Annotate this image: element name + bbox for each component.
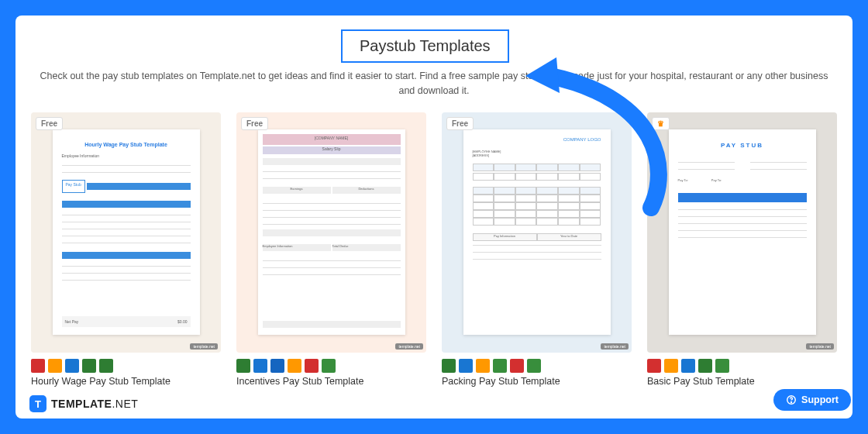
format-icons <box>442 359 632 373</box>
preview-sheet: COMPANY LOGO [EMPLOYEE NAME][ADDRESS] Pa… <box>463 129 611 335</box>
sheets-icon[interactable] <box>322 359 336 373</box>
excel-icon[interactable] <box>82 359 96 373</box>
preview-heading: PAY STUB <box>678 142 807 149</box>
page-description: Check out the pay stub templates on Temp… <box>31 69 837 98</box>
preview-heading: Salary Slip <box>263 146 401 154</box>
docs-icon[interactable] <box>270 359 284 373</box>
template-grid: Free Hourly Wage Pay Stub Template Emplo… <box>31 112 837 387</box>
preview-heading: Hourly Wage Pay Stub Template <box>62 142 191 147</box>
watermark: template.net <box>190 343 218 350</box>
page-title: Paystub Templates <box>341 29 509 63</box>
watermark: template.net <box>601 343 629 350</box>
excel-icon[interactable] <box>698 359 712 373</box>
free-badge: Free <box>446 117 474 130</box>
support-label: Support <box>801 394 839 405</box>
template-title: Basic Pay Stub Template <box>647 376 837 387</box>
format-icons <box>236 359 426 373</box>
word-icon[interactable] <box>681 359 695 373</box>
template-thumbnail: Free COMPANY LOGO [EMPLOYEE NAME][ADDRES… <box>442 112 632 353</box>
pages-icon[interactable] <box>476 359 490 373</box>
pdf-icon[interactable] <box>305 359 319 373</box>
sheets-icon[interactable] <box>527 359 541 373</box>
preview-sheet: PAY STUB Pay To:Pay To: <box>669 129 816 335</box>
free-badge: Free <box>36 117 63 130</box>
help-icon <box>786 394 797 405</box>
app-frame: Paystub Templates Check out the pay stub… <box>0 0 868 434</box>
brand-text: TEMPLATE.NET <box>51 398 138 410</box>
template-title: Incentives Pay Stub Template <box>236 376 426 387</box>
pages-icon[interactable] <box>48 359 62 373</box>
template-card[interactable]: Free [COMPANY NAME] Salary Slip Earnings… <box>236 112 426 387</box>
format-icons <box>647 359 837 373</box>
format-icons <box>31 359 221 373</box>
preview-sheet: [COMPANY NAME] Salary Slip EarningsDeduc… <box>258 129 405 335</box>
numbers-icon[interactable] <box>99 359 113 373</box>
pages-icon[interactable] <box>288 359 301 373</box>
preview-sheet: Hourly Wage Pay Stub Template Employee I… <box>53 129 200 335</box>
pdf-icon[interactable] <box>647 359 661 373</box>
pdf-icon[interactable] <box>31 359 45 373</box>
watermark: template.net <box>806 343 834 350</box>
template-thumbnail: Free [COMPANY NAME] Salary Slip Earnings… <box>236 112 426 353</box>
brand-logo-block[interactable]: T TEMPLATE.NET <box>29 395 138 412</box>
template-thumbnail: ♛ PAY STUB Pay To:Pay To: template.net <box>647 112 837 353</box>
template-title: Packing Pay Stub Template <box>442 376 632 387</box>
template-card[interactable]: Free Hourly Wage Pay Stub Template Emplo… <box>31 112 221 387</box>
word-icon[interactable] <box>253 359 267 373</box>
watermark: template.net <box>395 343 423 350</box>
excel-icon[interactable] <box>442 359 456 373</box>
template-card[interactable]: Free COMPANY LOGO [EMPLOYEE NAME][ADDRES… <box>442 112 632 387</box>
pages-icon[interactable] <box>664 359 678 373</box>
sheets-icon[interactable] <box>493 359 507 373</box>
pdf-icon[interactable] <box>510 359 524 373</box>
word-icon[interactable] <box>65 359 79 373</box>
template-card[interactable]: ♛ PAY STUB Pay To:Pay To: template.net <box>647 112 837 387</box>
content-panel: Paystub Templates Check out the pay stub… <box>16 16 852 418</box>
free-badge: Free <box>241 117 268 130</box>
logo-icon: T <box>29 395 46 412</box>
support-button[interactable]: Support <box>773 389 851 411</box>
preview-heading: COMPANY LOGO <box>473 137 601 142</box>
template-thumbnail: Free Hourly Wage Pay Stub Template Emplo… <box>31 112 221 353</box>
svg-point-2 <box>791 401 792 402</box>
excel-icon[interactable] <box>236 359 250 373</box>
premium-badge: ♛ <box>652 117 670 130</box>
sheets-icon[interactable] <box>715 359 729 373</box>
word-icon[interactable] <box>459 359 473 373</box>
template-title: Hourly Wage Pay Stub Template <box>31 376 221 387</box>
